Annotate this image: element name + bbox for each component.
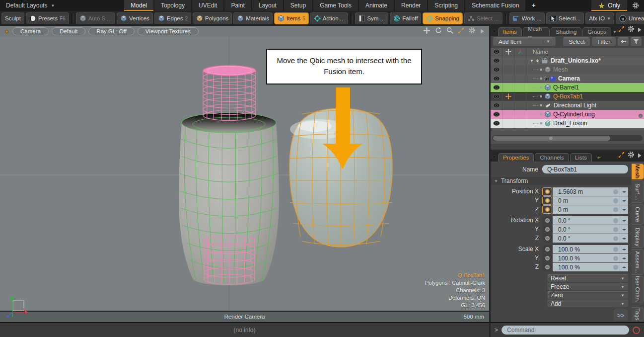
menu-tab-paint[interactable]: Paint	[224, 0, 251, 11]
properties-tab-channels[interactable]: Channels	[535, 153, 569, 162]
expander-triangle-icon[interactable]: ▼	[530, 59, 534, 63]
zero-button[interactable]: Zero▼	[547, 291, 628, 299]
mini-knob-icon[interactable]	[613, 189, 618, 194]
side-tab-tags[interactable]: Tags	[632, 307, 644, 321]
properties-tab-tab[interactable]: +	[593, 153, 605, 162]
lock-cell[interactable]	[502, 83, 514, 92]
expand-button[interactable]	[618, 151, 625, 160]
toolbar-button-select[interactable]: Select ...	[464, 12, 502, 24]
toolbar-button-selecti[interactable]: Selecti...	[546, 12, 584, 24]
toolbar-button-polygons[interactable]: Polygons	[193, 12, 232, 24]
mini-knob-icon[interactable]	[613, 265, 618, 270]
gear-button[interactable]	[628, 151, 635, 160]
mini-knob-icon[interactable]	[613, 256, 618, 261]
lock-column-header[interactable]	[502, 48, 514, 56]
command-input[interactable]	[501, 326, 629, 335]
channel-toggle[interactable]	[542, 245, 552, 253]
lock-cell[interactable]	[502, 119, 514, 128]
spinner-control[interactable]: ◂▸	[620, 216, 628, 225]
channel-toggle[interactable]	[542, 187, 552, 196]
play-button[interactable]	[638, 25, 642, 34]
visibility-toggle[interactable]	[491, 92, 502, 101]
render-cell[interactable]	[514, 74, 526, 83]
gear-button[interactable]	[469, 27, 476, 36]
channel-toggle[interactable]	[542, 234, 552, 243]
spinner-control[interactable]: ◂▸	[620, 245, 628, 253]
add-item-button[interactable]: Add Item ▼	[493, 37, 556, 46]
value-field[interactable]: 0 m◂▸	[553, 205, 628, 214]
expand-button[interactable]	[618, 25, 625, 34]
channel-toggle[interactable]	[542, 254, 552, 262]
tab-overflow-caret-icon[interactable]: ▼	[613, 30, 617, 34]
render-cell[interactable]	[514, 119, 526, 128]
render-cell[interactable]	[514, 56, 526, 65]
menu-tab-setup[interactable]: Setup	[284, 0, 312, 11]
tree-row-q-barrel1[interactable]: Q-Barrel1	[491, 83, 644, 92]
value-field[interactable]: 0.0 °◂▸	[553, 234, 628, 243]
channel-toggle[interactable]	[542, 225, 552, 234]
toolbar-button-unreal[interactable]: uUnreal...	[616, 12, 644, 24]
move-button[interactable]	[423, 27, 430, 36]
toolbar-button-falloff[interactable]: Falloff	[390, 12, 421, 24]
items-tab-groups[interactable]: Groups	[582, 27, 611, 36]
toolbar-button-items[interactable]: Items5	[274, 12, 309, 24]
menu-tab-scripting[interactable]: Scripting	[428, 0, 464, 11]
filter-funnel-button[interactable]	[631, 37, 642, 46]
toolbar-button-auto-s[interactable]: Auto S ...	[76, 12, 115, 24]
only-button[interactable]: Only	[591, 0, 627, 11]
value-field[interactable]: 100.0 %◂▸	[553, 263, 628, 271]
toolbar-button-sym[interactable]: Sym ...	[355, 12, 388, 24]
viewport-canvas[interactable]: Move the Qbic mesh to intersect with the…	[0, 37, 489, 311]
channel-toggle[interactable]	[542, 263, 552, 271]
panel-knob-icon[interactable]	[493, 155, 496, 159]
visibility-column-header[interactable]	[491, 48, 502, 56]
toolbar-button-action[interactable]: Action ...	[310, 12, 349, 24]
channel-toggle[interactable]	[542, 196, 552, 205]
menu-tab-render[interactable]: Render	[395, 0, 427, 11]
visibility-toggle[interactable]	[491, 110, 502, 119]
spinner-control[interactable]: ◂▸	[620, 225, 628, 234]
tree-row-q-cylinderlong[interactable]: Q-CylinderLong	[491, 110, 644, 119]
spinner-control[interactable]: ◂▸	[620, 205, 628, 214]
visibility-toggle[interactable]	[491, 56, 502, 65]
filter-button[interactable]: Filter	[592, 37, 616, 46]
lock-cell[interactable]	[502, 56, 514, 65]
value-field[interactable]: 0.0 °◂▸	[553, 216, 628, 225]
side-tab-mesh[interactable]: Mesh	[632, 164, 644, 179]
items-tab-items[interactable]: Items	[498, 27, 522, 36]
lock-cell[interactable]	[502, 92, 514, 101]
properties-tab-properties[interactable]: Properties	[498, 153, 534, 162]
menu-gear-button[interactable]	[627, 0, 644, 11]
select-button[interactable]: Select	[563, 37, 590, 46]
toolbar-button-snapping[interactable]: Snapping	[423, 12, 463, 24]
visibility-toggle[interactable]	[491, 119, 502, 128]
value-field[interactable]: 0 m◂▸	[553, 196, 628, 205]
viewport-button-ray-gl-off[interactable]: Ray GL: Off	[88, 27, 135, 35]
play-button[interactable]	[480, 27, 484, 36]
menu-tab-animate[interactable]: Animate	[359, 0, 394, 11]
viewport-button-camera[interactable]: Camera	[12, 27, 49, 35]
side-tab-user-chan[interactable]: User Chan...	[632, 276, 644, 303]
expand-button[interactable]	[458, 27, 464, 36]
menu-tab-topology[interactable]: Topology	[154, 0, 191, 11]
properties-tab-lists[interactable]: Lists	[570, 153, 592, 162]
viewport-state-dot[interactable]	[5, 30, 8, 33]
spinner-control[interactable]: ◂▸	[620, 254, 628, 262]
toolbar-button-presets[interactable]: PresetsF6	[26, 12, 69, 24]
horizontal-scroll-thumb[interactable]	[493, 136, 610, 141]
mini-knob-icon[interactable]	[613, 236, 618, 241]
expand-plus-icon[interactable]: +	[536, 58, 539, 64]
toolbar-button-vertices[interactable]: Vertices	[117, 12, 153, 24]
spinner-control[interactable]: ◂▸	[620, 234, 628, 243]
visibility-toggle[interactable]	[491, 101, 502, 110]
mini-knob-icon[interactable]	[613, 247, 618, 252]
side-tab-curve[interactable]: Curve	[632, 204, 644, 225]
items-tab-mesh[interactable]: Mesh ...	[523, 27, 550, 36]
menu-tab-layout[interactable]: Layout	[252, 0, 283, 11]
side-tab-display[interactable]: Display	[632, 226, 644, 249]
tree-row-draft-fusion[interactable]: Draft_Fusion	[491, 119, 644, 128]
spinner-control[interactable]: ◂▸	[620, 187, 628, 196]
lock-cell[interactable]	[502, 65, 514, 74]
toolbar-button-materials[interactable]: Materials	[233, 12, 273, 24]
viewport-button-default[interactable]: Default	[52, 27, 85, 35]
